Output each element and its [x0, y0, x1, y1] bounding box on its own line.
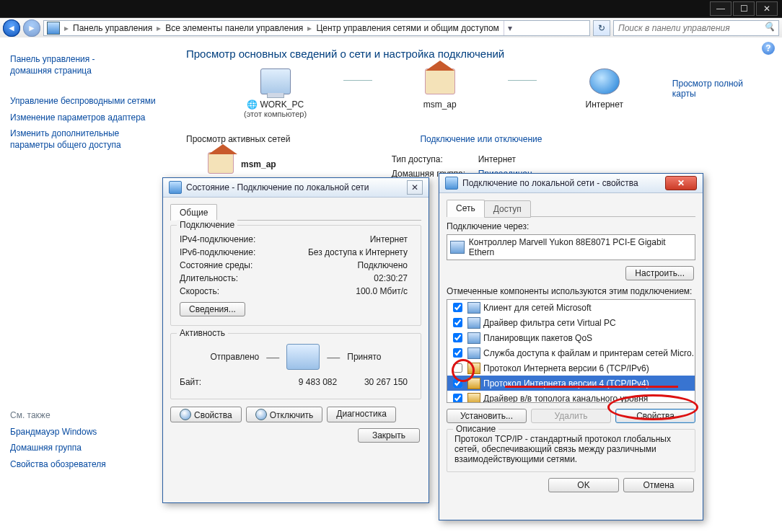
- network-line: [343, 68, 372, 93]
- search-input[interactable]: [617, 22, 764, 34]
- monitors-icon: [286, 344, 320, 370]
- close-icon[interactable]: ✕: [407, 180, 423, 195]
- media-state-value: Подключено: [288, 260, 412, 270]
- dialog-title: Состояние - Подключение по локальной сет…: [186, 182, 369, 192]
- properties-dialog: Подключение по локальной сети - свойства…: [439, 173, 703, 520]
- house-icon: [208, 152, 234, 174]
- component-label: Драйвер фильтра сети Virtual PC: [483, 318, 616, 328]
- chevron-right-icon: ▸: [64, 23, 69, 33]
- protocol-icon: [467, 378, 480, 389]
- sent-label: Отправлено: [211, 352, 260, 362]
- component-checkbox[interactable]: [453, 303, 462, 312]
- maximize-button[interactable]: ☐: [733, 1, 755, 16]
- sidebar-link-adapter[interactable]: Изменение параметров адаптера: [10, 112, 162, 123]
- sidebar-link-homegroup[interactable]: Домашняя группа: [10, 442, 162, 453]
- service-icon: [467, 302, 480, 314]
- bytes-label: Байт:: [180, 377, 288, 387]
- component-checkbox[interactable]: [453, 363, 462, 373]
- node-sublabel: (этот компьютер): [229, 110, 322, 118]
- configure-button[interactable]: Настроить...: [625, 266, 694, 280]
- connect-disconnect-link[interactable]: Подключение или отключение: [420, 134, 542, 144]
- group-label: Активность: [177, 328, 228, 338]
- access-type-label: Тип доступа:: [392, 154, 478, 164]
- address-bar[interactable]: ▸ Панель управления ▸ Все элементы панел…: [43, 20, 590, 36]
- forward-button[interactable]: ►: [23, 19, 40, 37]
- component-item[interactable]: Служба доступа к файлам и принтерам сете…: [447, 345, 695, 360]
- refresh-button[interactable]: ↻: [593, 20, 610, 36]
- component-item[interactable]: Протокол Интернета версии 6 (TCP/IPv6): [447, 360, 695, 376]
- diagnose-button[interactable]: Диагностика: [327, 407, 396, 422]
- view-full-map-link[interactable]: Просмотр полной карты: [672, 79, 768, 99]
- node-label: Интернет: [558, 99, 651, 110]
- disable-button[interactable]: Отключить: [246, 407, 323, 422]
- close-button[interactable]: Закрыть: [358, 428, 420, 443]
- ipv6-value: Без доступа к Интернету: [288, 247, 412, 257]
- control-panel-icon: [47, 22, 60, 35]
- component-item[interactable]: Протокол Интернета версии 4 (TCP/IPv4): [447, 376, 695, 391]
- component-item[interactable]: Драйвер фильтра сети Virtual PC: [447, 315, 695, 330]
- adapter-field[interactable]: Контроллер Marvell Yukon 88E8071 PCI-E G…: [447, 234, 695, 260]
- close-button[interactable]: ✕: [756, 1, 778, 16]
- component-item[interactable]: Планировщик пакетов QoS: [447, 330, 695, 345]
- speed-value: 100.0 Мбит/с: [288, 286, 412, 296]
- dialog-titlebar[interactable]: Состояние - Подключение по локальной сет…: [163, 178, 429, 198]
- sidebar-link-wireless[interactable]: Управление беспроводными сетями: [10, 95, 162, 107]
- search-box[interactable]: 🔍: [613, 20, 779, 36]
- minimize-button[interactable]: —: [710, 1, 732, 16]
- control-panel-home-link[interactable]: Панель управления - домашняя страница: [10, 53, 162, 76]
- component-checkbox[interactable]: [453, 394, 462, 403]
- ipv4-value: Интернет: [288, 234, 412, 244]
- component-checkbox[interactable]: [453, 318, 462, 327]
- network-node-this-pc: 🌐 WORK_PC (этот компьютер): [229, 68, 322, 118]
- gear-icon: [180, 409, 191, 420]
- component-item[interactable]: Драйвер в/в тополога канального уровня: [447, 391, 695, 403]
- sidebar-link-internet-properties[interactable]: Свойства обозревателя: [10, 458, 162, 470]
- network-icon: [169, 181, 182, 194]
- sidebar-link-sharing[interactable]: Изменить дополнительные параметры общего…: [10, 128, 162, 151]
- close-icon[interactable]: ✕: [665, 176, 697, 190]
- house-icon: [425, 68, 455, 94]
- tab-network[interactable]: Сеть: [447, 200, 485, 217]
- breadcrumb-seg[interactable]: Центр управления сетями и общим доступом: [316, 23, 499, 33]
- computer-icon: [260, 68, 291, 94]
- back-button[interactable]: ◄: [3, 19, 20, 37]
- protocol-icon: [467, 393, 480, 404]
- activity-group: Активность Отправлено — — Принято Байт: …: [170, 333, 421, 399]
- dialog-titlebar[interactable]: Подключение по локальной сети - свойства…: [439, 174, 703, 193]
- window-titlebar: — ☐ ✕: [0, 0, 782, 17]
- components-list[interactable]: Клиент для сетей MicrosoftДрайвер фильтр…: [447, 299, 695, 403]
- item-properties-button[interactable]: Свойства: [615, 409, 695, 423]
- service-icon: [467, 317, 480, 329]
- network-node-internet: Интернет: [558, 68, 651, 110]
- properties-button[interactable]: Свойства: [170, 407, 242, 422]
- component-item[interactable]: Клиент для сетей Microsoft: [447, 300, 695, 315]
- component-checkbox[interactable]: [453, 378, 462, 388]
- breadcrumb-seg[interactable]: Панель управления: [73, 23, 152, 33]
- recv-label: Принято: [347, 352, 381, 362]
- sidebar-link-firewall[interactable]: Брандмауэр Windows: [10, 426, 162, 438]
- details-button[interactable]: Сведения...: [180, 302, 245, 316]
- breadcrumb-dropdown[interactable]: ▾: [504, 21, 516, 35]
- install-button[interactable]: Установить...: [447, 409, 527, 423]
- ok-button[interactable]: OK: [548, 478, 619, 492]
- breadcrumb-seg[interactable]: Все элементы панели управления: [165, 23, 303, 33]
- group-label: Описание: [453, 424, 498, 434]
- component-label: Планировщик пакетов QoS: [483, 333, 592, 343]
- arrow-icon: —: [266, 350, 279, 365]
- component-checkbox[interactable]: [453, 333, 462, 342]
- component-checkbox[interactable]: [453, 348, 462, 358]
- duration-label: Длительность:: [180, 273, 288, 283]
- help-icon[interactable]: ?: [762, 42, 775, 55]
- tab-general[interactable]: Общие: [170, 204, 217, 221]
- component-label: Протокол Интернета версии 6 (TCP/IPv6): [483, 363, 649, 373]
- chevron-right-icon: ▸: [157, 23, 161, 33]
- component-label: Служба доступа к файлам и принтерам сете…: [483, 348, 695, 358]
- tab-sharing[interactable]: Доступ: [484, 200, 531, 218]
- service-icon: [467, 332, 480, 344]
- cancel-button[interactable]: Отмена: [623, 478, 694, 492]
- remove-button: Удалить: [531, 409, 611, 423]
- tabs: Общие: [170, 203, 421, 221]
- navbar: ◄ ► ▸ Панель управления ▸ Все элементы п…: [0, 17, 782, 39]
- connect-using-label: Подключение через:: [447, 221, 695, 231]
- protocol-icon: [467, 363, 480, 374]
